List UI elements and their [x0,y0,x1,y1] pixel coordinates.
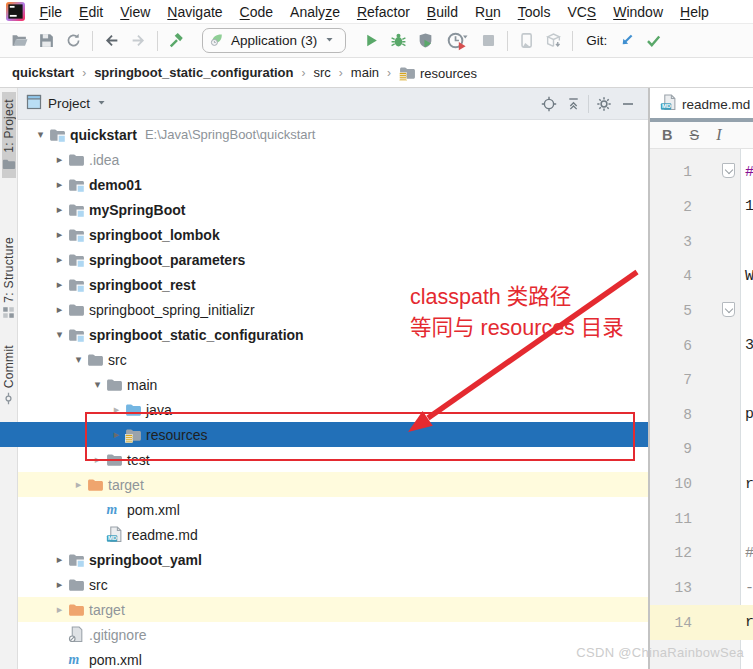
tool-window-button-structure[interactable]: 7: Structure [2,230,16,327]
tree-row-springboot_static_configuration[interactable]: ▾springboot_static_configuration [18,322,648,347]
run-configuration-select[interactable]: Application (3) [202,28,346,53]
tree-item-label: quickstart [69,127,137,143]
menu-item-code[interactable]: Code [231,4,281,20]
expand-arrow-icon[interactable]: ▸ [51,147,68,172]
tree-row-.idea[interactable]: ▸.idea [18,147,648,172]
breadcrumb-item-main[interactable]: main [349,65,381,80]
expand-arrow-icon[interactable]: ▸ [51,572,68,597]
folder-icon [68,576,88,593]
breadcrumb-item-src[interactable]: src [311,65,332,80]
run-icon[interactable] [358,29,385,53]
expand-arrow-icon[interactable]: ▾ [89,372,106,397]
menu-item-help[interactable]: Help [672,4,718,20]
tree-item-label: demo01 [88,177,142,193]
collapse-all-icon[interactable] [561,92,585,116]
tree-row-springboot_parameters[interactable]: ▸springboot_parameters [18,247,648,272]
breadcrumb-item-resources[interactable]: resources [397,64,479,81]
gear-icon[interactable] [592,92,616,116]
menu-item-window[interactable]: Window [605,4,672,20]
tree-row-main[interactable]: ▾main [18,372,648,397]
menu-item-refactor[interactable]: Refactor [348,4,418,20]
fold-marker-icon[interactable] [722,302,735,317]
tree-row-pom.xml[interactable]: ▸mpom.xml [18,497,648,522]
expand-arrow-icon[interactable]: ▸ [70,472,87,497]
menu-item-view[interactable]: View [112,4,159,20]
save-all-icon[interactable] [33,29,60,53]
tree-row-springboot_spring_initializr[interactable]: ▸springboot_spring_initializr [18,297,648,322]
target-folder-icon [68,601,88,618]
expand-arrow-icon[interactable]: ▸ [51,297,68,322]
line-number: 8 [650,407,692,423]
tree-row-pom.xml[interactable]: ▸mpom.xml [18,647,648,669]
editor-line-13: 13- [650,571,753,606]
sync-refresh-icon[interactable] [60,29,87,53]
editor-line-9: 9 [650,432,753,467]
line-number: 6 [650,338,692,354]
expand-arrow-icon[interactable]: ▸ [51,272,68,297]
tab-readme-md[interactable]: MD readme.md [650,90,753,118]
tree-row-.gitignore[interactable]: ▸.gitignore [18,622,648,647]
tree-row-java[interactable]: ▸java [18,397,648,422]
tree-row-readme.md[interactable]: ▸MDreadme.md [18,522,648,547]
menu-item-run[interactable]: Run [467,4,510,20]
tool-window-button-commit[interactable]: Commit [2,338,16,412]
editor-text-fragment: r [745,614,753,631]
editor-body[interactable]: 1#2134W56378p910r1112#13-14r [650,149,753,669]
tree-row-demo01[interactable]: ▸demo01 [18,172,648,197]
tree-row-src[interactable]: ▸src [18,572,648,597]
tree-row-quickstart[interactable]: ▾quickstartE:\Java\SpringBoot\quickstart [18,122,648,147]
tree-row-springboot_lombok[interactable]: ▸springboot_lombok [18,222,648,247]
hide-panel-icon[interactable] [616,92,640,116]
git-commit-check-icon[interactable] [640,29,667,53]
tree-row-resources[interactable]: ▸resources [18,422,648,447]
locate-file-icon[interactable] [537,92,561,116]
menu-item-file[interactable]: File [31,4,71,20]
italic-icon[interactable]: I [716,126,721,144]
menu-item-tools[interactable]: Tools [509,4,559,20]
tool-window-button-project[interactable]: 1: Project [2,92,16,178]
menu-item-edit[interactable]: Edit [71,4,112,20]
debug-bug-icon[interactable] [385,29,412,53]
breadcrumb-item-quickstart[interactable]: quickstart [10,65,76,80]
tree-row-test[interactable]: ▸test [18,447,648,472]
tree-row-myspringboot[interactable]: ▸mySpringBoot [18,197,648,222]
menu-item-navigate[interactable]: Navigate [159,4,231,20]
tree-row-target[interactable]: ▸target [18,597,648,622]
tree-row-target[interactable]: ▸target [18,472,648,497]
expand-arrow-icon[interactable]: ▸ [51,597,68,622]
run-with-coverage-icon[interactable] [412,29,439,53]
expand-arrow-icon[interactable]: ▾ [51,322,68,347]
expand-arrow-icon[interactable]: ▸ [89,447,106,472]
expand-arrow-icon[interactable]: ▾ [70,347,87,372]
expand-arrow-icon[interactable]: ▸ [51,222,68,247]
chevron-down-icon[interactable] [95,96,108,112]
menu-item-analyze[interactable]: Analyze [282,4,349,20]
expand-arrow-icon[interactable]: ▸ [108,397,125,422]
fold-marker-icon[interactable] [722,163,735,178]
profiler-icon[interactable] [439,29,475,53]
back-icon[interactable] [98,29,125,53]
editor-line-1: 1# [650,155,753,190]
open-project-icon[interactable] [6,29,33,53]
expand-arrow-icon[interactable]: ▸ [51,172,68,197]
expand-arrow-icon[interactable]: ▸ [51,547,68,572]
expand-arrow-icon[interactable]: ▸ [51,197,68,222]
tree-row-src[interactable]: ▾src [18,347,648,372]
breadcrumb-item-springboot_static_configuration[interactable]: springboot_static_configuration [92,65,295,80]
strikethrough-icon[interactable]: S [689,127,699,143]
editor-line-3: 3 [650,224,753,259]
forward-icon[interactable] [125,29,152,53]
menu-item-build[interactable]: Build [418,4,466,20]
tree-row-springboot_rest[interactable]: ▸springboot_rest [18,272,648,297]
expand-arrow-icon[interactable]: ▸ [108,422,125,447]
menu-item-vcs[interactable]: VCS [559,4,605,20]
tab-label: readme.md [682,97,750,112]
bold-icon[interactable]: B [662,127,672,143]
expand-arrow-icon[interactable]: ▸ [51,247,68,272]
toolbar-divider [572,31,573,51]
expand-arrow-icon[interactable]: ▾ [32,122,49,147]
tree-item-label: springboot_parameters [88,252,245,268]
tree-row-springboot_yaml[interactable]: ▸springboot_yaml [18,547,648,572]
git-update-icon[interactable] [613,29,640,53]
build-hammer-icon[interactable] [163,29,190,53]
